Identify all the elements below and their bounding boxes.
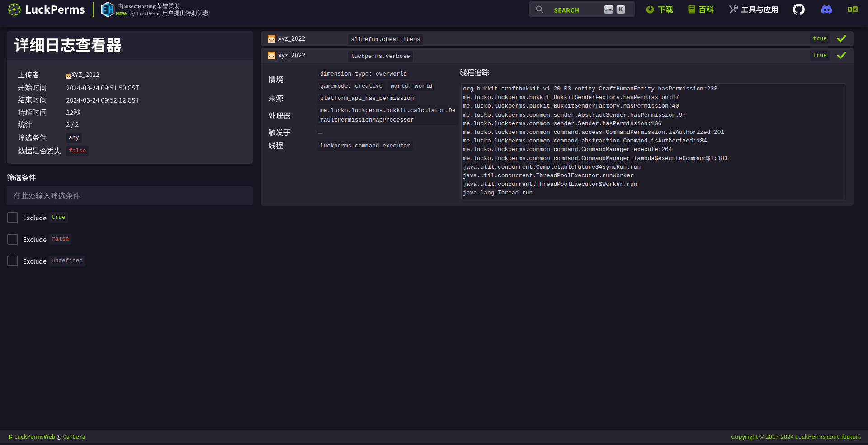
svg-text:A: A xyxy=(849,7,852,12)
svg-text:★: ★ xyxy=(853,6,858,12)
